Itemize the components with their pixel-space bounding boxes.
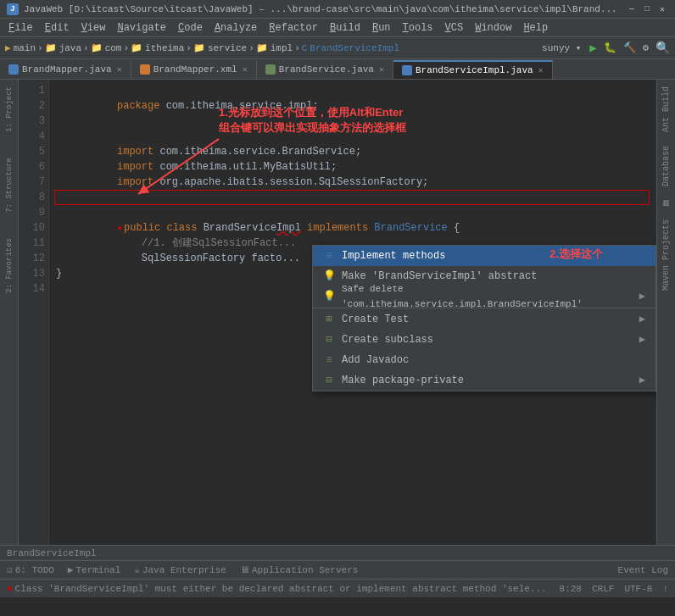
menu-view[interactable]: View [76, 20, 111, 36]
folder-icon: 📁 [91, 42, 103, 53]
menu-run[interactable]: Run [367, 20, 396, 36]
indent-info: ↑ [662, 584, 668, 594]
encoding: UTF-8 [624, 584, 652, 594]
code-content[interactable]: package com.itheima.service.impl; import… [49, 80, 656, 545]
folder-icon: 📁 [256, 42, 268, 53]
bulb-icon: 💡 [323, 291, 335, 302]
nav-java[interactable]: 📁 java [45, 42, 81, 53]
tab-close-icon[interactable]: ✕ [243, 64, 248, 75]
tab-brandserviceimpl-java[interactable]: BrandServiceImpl.java ✕ [393, 60, 553, 79]
tab-close-icon[interactable]: ✕ [538, 65, 544, 75]
todo-icon: ☑ [7, 564, 13, 575]
nav-service[interactable]: 📁 service [193, 42, 247, 53]
ctx-implement-methods[interactable]: ≡ Implement methods [313, 246, 655, 266]
tab-close-icon[interactable]: ✕ [379, 64, 384, 75]
sidebar-m[interactable]: m [659, 197, 674, 209]
build-icon[interactable]: 🔨 [623, 42, 636, 54]
class-icon: C [302, 43, 308, 53]
run-button[interactable]: ▶ [589, 41, 596, 55]
nav-brandserviceimpl[interactable]: C BrandServiceImpl [302, 43, 399, 53]
app-servers-button[interactable]: 🖥 Application Servers [237, 563, 361, 576]
todo-button[interactable]: ☑ 6: TODO [3, 563, 58, 576]
tab-close-icon[interactable]: ✕ [117, 64, 122, 75]
folder-icon: 📁 [193, 42, 205, 53]
right-sidebar: Ant Build Database m Maven Projects [656, 80, 675, 545]
bottom-toolbar: ☑ 6: TODO ▶ Terminal ☕ Java Enterprise 🖥… [0, 560, 675, 579]
code-area: 1 2 3 4 5 6 7 8 9 10 11 12 13 14 package… [19, 80, 656, 545]
implement-icon: ≡ [323, 250, 335, 262]
server-icon: 🖥 [240, 564, 249, 575]
window-controls[interactable]: — □ ✕ [626, 3, 668, 15]
code-line-9 [56, 205, 650, 220]
tab-brandmapper-xml[interactable]: BrandMapper.xml ✕ [131, 60, 257, 79]
bulb-icon: 💡 [323, 270, 335, 282]
menu-build[interactable]: Build [325, 20, 365, 36]
close-button[interactable]: ✕ [656, 3, 668, 15]
sidebar-maven-projects[interactable]: Maven Projects [660, 216, 672, 294]
java-enterprise-button[interactable]: ☕ Java Enterprise [131, 563, 230, 576]
app-icon: J [7, 3, 19, 15]
sidebar-item-project[interactable]: 1: Project [1, 83, 18, 136]
menu-edit[interactable]: Edit [40, 20, 75, 36]
breadcrumb-bar: ▶ main › 📁 java › 📁 com › 📁 itheima › 📁 … [0, 37, 675, 59]
ctx-create-test[interactable]: ⊞ Create Test ▶ [313, 309, 655, 330]
menu-vcs[interactable]: VCS [440, 20, 469, 36]
folder-icon: 📁 [131, 42, 142, 53]
nav-itheima[interactable]: 📁 itheima [131, 42, 184, 53]
sidebar-database[interactable]: Database [660, 142, 672, 190]
menu-help[interactable]: Help [518, 20, 553, 36]
java-file-icon [8, 64, 19, 75]
code-line-8: ●public class BrandServiceImpl implement… [56, 190, 650, 205]
position-info: 8:28 [560, 584, 582, 594]
code-editor[interactable]: 1 2 3 4 5 6 7 8 9 10 11 12 13 14 package… [19, 80, 656, 545]
event-log-button[interactable]: Event Log [615, 564, 672, 576]
tab-brandmapper-java[interactable]: BrandMapper.java ✕ [0, 60, 131, 79]
line-numbers: 1 2 3 4 5 6 7 8 9 10 11 12 13 14 [19, 80, 49, 545]
sidebar-item-favorites[interactable]: 2: Favorites [1, 235, 18, 297]
menu-analyze[interactable]: Analyze [209, 20, 262, 36]
title-left: J JavaWeb [D:\itcast\Source\itcast\JavaW… [7, 3, 617, 15]
ctx-make-private[interactable]: ⊟ Make package-private ▶ [313, 370, 655, 391]
sidebar-item-structure[interactable]: 7: Structure [1, 154, 18, 216]
window-title: JavaWeb [D:\itcast\Source\itcast\JavaWeb… [24, 4, 617, 14]
javadoc-icon: ≡ [323, 354, 335, 366]
terminal-button[interactable]: ▶ Terminal [64, 563, 124, 576]
search-icon[interactable]: 🔍 [655, 41, 670, 55]
menu-code[interactable]: Code [173, 20, 208, 36]
status-bar: ● Class 'BrandServiceImpl' must either b… [0, 579, 675, 597]
submenu-arrow: ▶ [639, 289, 645, 304]
test-icon: ⊞ [323, 314, 335, 325]
minimize-button[interactable]: — [626, 3, 638, 15]
java-icon: ☕ [134, 564, 140, 575]
annotation-1: 1.光标放到这个位置，使用Alt和Enter 组合键可以弹出实现抽象方法的选择框 [219, 105, 406, 136]
private-icon: ⊟ [323, 375, 335, 386]
ctx-add-javadoc[interactable]: ≡ Add Javadoc [313, 350, 655, 370]
interface-file-icon [265, 64, 276, 75]
menu-file[interactable]: File [3, 20, 38, 36]
error-icon: ● [7, 584, 13, 594]
tab-brandservice-java[interactable]: BrandService.java ✕ [257, 60, 393, 79]
ctx-create-subclass[interactable]: ⊟ Create subclass ▶ [313, 330, 655, 350]
java-file-icon [402, 65, 412, 75]
maximize-button[interactable]: □ [641, 3, 653, 15]
menu-window[interactable]: Window [470, 20, 516, 36]
nav-main[interactable]: ▶ main [5, 42, 36, 53]
nav-com[interactable]: 📁 com [91, 42, 122, 53]
debug-button[interactable]: 🐛 [604, 42, 616, 54]
menu-refactor[interactable]: Refactor [264, 20, 323, 36]
context-menu: ≡ Implement methods 💡 Make 'BrandService… [312, 245, 656, 391]
ctx-safe-delete[interactable]: 💡 Safe delete 'com.itheima.service.impl.… [313, 286, 655, 307]
sidebar-ant-build[interactable]: Ant Build [660, 83, 672, 136]
annotation-2: 2.选择这个 [549, 247, 603, 262]
menu-navigate[interactable]: Navigate [112, 20, 171, 36]
encoding-info: UTF-8 [624, 584, 652, 594]
submenu-arrow: ▶ [639, 312, 645, 327]
code-line-1: package com.itheima.service.impl; [56, 83, 650, 98]
folder-icon: 📁 [45, 42, 57, 53]
crlf-info: CRLF [592, 584, 614, 594]
menu-bar: File Edit View Navigate Code Analyze Ref… [0, 19, 675, 37]
nav-impl[interactable]: 📁 impl [256, 42, 293, 53]
settings-icon[interactable]: ⚙ [643, 42, 649, 54]
class-name: BrandServiceImpl [7, 548, 97, 558]
menu-tools[interactable]: Tools [398, 20, 438, 36]
